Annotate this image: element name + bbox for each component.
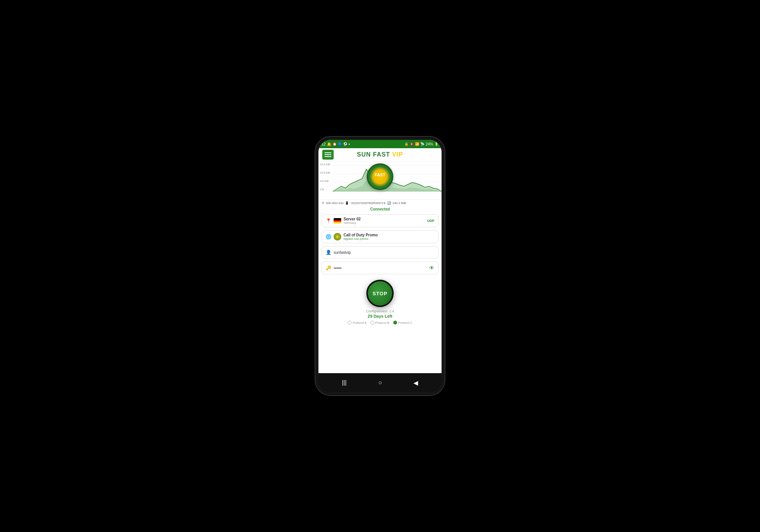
username-field[interactable]: 👤 bbox=[321, 246, 439, 258]
nav-bar: ||| ○ ◀ bbox=[318, 373, 442, 392]
stats-data: 240.2 MiB bbox=[393, 201, 406, 205]
config-info: Call of Duty Promo bypass cod promo bbox=[344, 233, 434, 241]
protocol-b-label: Protocol B bbox=[375, 321, 390, 325]
server-info: Server 02 Germany bbox=[344, 217, 425, 225]
days-left: 29 Days Left bbox=[318, 313, 442, 319]
germany-flag bbox=[334, 218, 341, 223]
server-row[interactable]: 📍 Server 02 Germany UDP bbox=[321, 214, 439, 227]
app-header: SUN FAST VIP bbox=[318, 148, 442, 162]
menu-button[interactable] bbox=[322, 150, 334, 160]
stats-row: ⏱ 00h 00m 03s 📱 +922337203670009539373 B… bbox=[318, 200, 442, 206]
stats-time: 00h 00m 03s bbox=[326, 201, 344, 205]
hamburger-line-2 bbox=[325, 154, 331, 155]
time-icon: ⏱ bbox=[321, 201, 325, 205]
app-logo: FAST VIP bbox=[367, 163, 393, 190]
config-row[interactable]: 🌐 V Call of Duty Promo bypass cod promo bbox=[321, 230, 439, 243]
key-icon: 🔑 bbox=[326, 265, 331, 271]
title-sun-fast: SUN FAST bbox=[357, 151, 390, 158]
protocol-c-label: Protocol C bbox=[398, 321, 412, 325]
vip-text: V bbox=[337, 236, 338, 238]
clock-icon: ⏰ bbox=[332, 142, 337, 146]
username-input[interactable] bbox=[334, 250, 434, 255]
stats-phone: +922337203670009539373 B bbox=[350, 202, 385, 204]
chart-area: 29.3 KiB 19.5 KiB 9.8 KiB 0 B bbox=[318, 162, 442, 200]
protocol-a-radio[interactable] bbox=[348, 321, 352, 325]
user-icon: 👤 bbox=[326, 250, 331, 255]
chart-label-3: 0 B bbox=[320, 188, 330, 196]
chart-label-2: 9.8 KiB bbox=[320, 180, 330, 188]
phone-device: 12 🔔 ⏰ 🔵 ⚽ • 🔒 🔇 📶 📡 24% 🔋 bbox=[315, 137, 445, 395]
nav-back-button[interactable]: ◀ bbox=[410, 376, 421, 390]
protocol-row: Protocol A Protocol B Protocol C bbox=[318, 319, 442, 327]
server-name: Server 02 bbox=[344, 217, 425, 221]
protocol-b-radio[interactable] bbox=[370, 321, 374, 325]
status-time: 12 bbox=[321, 142, 326, 146]
chart-label-0: 29.3 KiB bbox=[320, 163, 330, 171]
wifi-icon: 📶 bbox=[415, 142, 419, 146]
stop-btn-container: STOP bbox=[318, 276, 442, 309]
stop-button[interactable]: STOP bbox=[366, 280, 394, 307]
eye-icon[interactable]: 👁 bbox=[429, 265, 434, 271]
globe-icon: 🌐 bbox=[326, 234, 331, 239]
location-icon: 📍 bbox=[326, 218, 331, 223]
protocol-a-label: Protocol A bbox=[353, 321, 366, 325]
password-input[interactable] bbox=[334, 266, 427, 270]
logo-vip: VIP bbox=[375, 177, 385, 181]
config-name: Call of Duty Promo bbox=[344, 233, 434, 237]
server-country: Germany bbox=[344, 221, 425, 225]
password-field[interactable]: 🔑 👁 bbox=[321, 261, 439, 274]
chart-label-1: 19.5 KiB bbox=[320, 171, 330, 180]
notification-icon: 🔔 bbox=[327, 142, 331, 146]
battery-icon: 🔋 bbox=[434, 142, 439, 146]
config-version: ConfigVersion: 1.4 bbox=[318, 309, 442, 313]
status-bar: 12 🔔 ⏰ 🔵 ⚽ • 🔒 🔇 📶 📡 24% 🔋 bbox=[318, 140, 442, 148]
protocol-c-radio[interactable] bbox=[393, 321, 397, 325]
protocol-b[interactable]: Protocol B bbox=[370, 321, 390, 325]
connection-status: Connected bbox=[318, 206, 442, 213]
app-title: SUN FAST VIP bbox=[357, 151, 403, 158]
signal-icon: 📡 bbox=[420, 142, 424, 146]
title-vip: VIP bbox=[390, 151, 403, 158]
app-icon-2: ⚽ bbox=[343, 142, 347, 146]
logo-text: FAST VIP bbox=[375, 173, 385, 181]
stop-label: STOP bbox=[372, 291, 387, 296]
battery-text: 24% bbox=[426, 142, 433, 146]
phone-screen: 12 🔔 ⏰ 🔵 ⚽ • 🔒 🔇 📶 📡 24% 🔋 bbox=[318, 140, 442, 373]
nav-home-button[interactable]: ○ bbox=[375, 376, 385, 389]
phone-icon: 📱 bbox=[345, 201, 349, 205]
config-sub: bypass cod promo bbox=[344, 237, 434, 241]
status-bar-left: 12 🔔 ⏰ 🔵 ⚽ • bbox=[321, 142, 350, 146]
protocol-c[interactable]: Protocol C bbox=[393, 321, 412, 325]
hamburger-line-1 bbox=[325, 152, 331, 153]
dot-icon: • bbox=[348, 142, 350, 146]
vip-icon: V bbox=[334, 233, 341, 241]
protocol-a[interactable]: Protocol A bbox=[348, 321, 366, 325]
app-icon-1: 🔵 bbox=[338, 142, 342, 146]
data-icon: 🔄 bbox=[387, 201, 391, 205]
volume-icon: 🔇 bbox=[410, 142, 414, 146]
hamburger-line-3 bbox=[325, 156, 331, 157]
lock-icon: 🔒 bbox=[404, 142, 408, 146]
nav-recent-button[interactable]: ||| bbox=[339, 376, 350, 389]
protocol-badge: UDP bbox=[427, 219, 434, 223]
chart-y-labels: 29.3 KiB 19.5 KiB 9.8 KiB 0 B bbox=[320, 163, 330, 196]
status-bar-right: 🔒 🔇 📶 📡 24% 🔋 bbox=[404, 142, 439, 146]
phone-inner: 12 🔔 ⏰ 🔵 ⚽ • 🔒 🔇 📶 📡 24% 🔋 bbox=[318, 140, 442, 392]
